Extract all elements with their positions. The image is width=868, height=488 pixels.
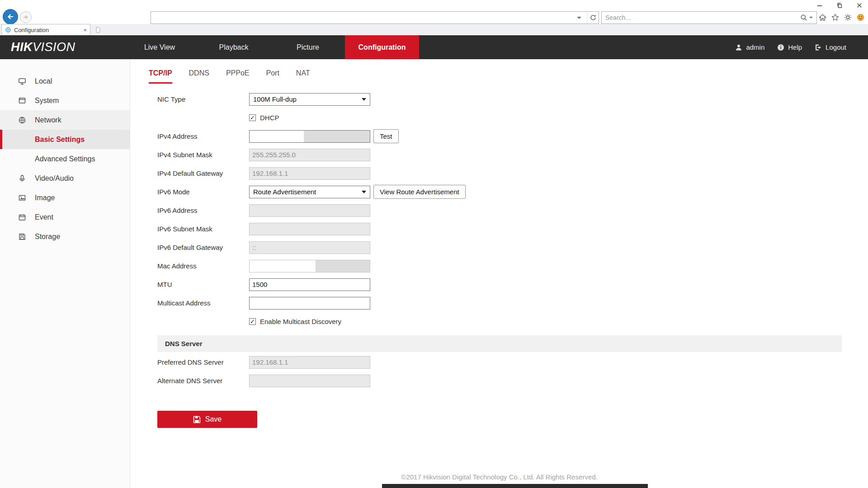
ipv6-mode-select[interactable]: Route Advertisement xyxy=(249,186,370,198)
nav-configuration[interactable]: Configuration xyxy=(345,35,419,59)
nav-picture[interactable]: Picture xyxy=(271,35,345,59)
ipv4-gateway-input xyxy=(249,167,370,180)
home-icon[interactable] xyxy=(819,14,826,21)
dhcp-checkbox[interactable] xyxy=(249,114,256,121)
search-icon[interactable] xyxy=(798,14,809,21)
browser-back-button[interactable] xyxy=(3,9,18,24)
sidebar-item-storage[interactable]: Storage xyxy=(0,227,130,246)
new-tab-page-icon xyxy=(95,27,101,33)
dns-form: Preferred DNS Server Alternate DNS Serve… xyxy=(157,353,868,390)
taskbar-sliver xyxy=(382,484,648,488)
settings-gear-icon[interactable] xyxy=(844,14,852,21)
ipv4-gateway-row: IPv4 Default Gateway xyxy=(157,164,868,183)
view-route-advertisement-button[interactable]: View Route Advertisement xyxy=(373,185,466,199)
close-button[interactable] xyxy=(855,2,863,9)
help-button[interactable]: Help xyxy=(777,43,802,51)
header-right: admin Help Logout xyxy=(735,35,846,59)
minimize-button[interactable] xyxy=(816,2,824,9)
browser-chrome: Configuration × xyxy=(0,0,868,35)
alternate-dns-label: Alternate DNS Server xyxy=(157,377,249,385)
mtu-input[interactable] xyxy=(249,278,370,291)
dhcp-row: DHCP xyxy=(157,108,868,127)
sidebar-item-system[interactable]: System xyxy=(0,91,130,110)
logo-vision: VISION xyxy=(33,40,75,54)
hikvision-logo[interactable]: HIKVISION xyxy=(11,35,75,59)
browser-tab-band: Configuration × xyxy=(0,24,868,35)
ipv6-gateway-label: IPv6 Default Gateway xyxy=(157,244,249,251)
ipv6-address-row: IPv6 Address xyxy=(157,201,868,220)
ipv4-address-label: IPv4 Address xyxy=(157,132,249,140)
search-input[interactable] xyxy=(602,14,798,21)
restore-icon xyxy=(836,2,843,9)
dhcp-label: DHCP xyxy=(260,114,279,122)
sidebar-item-basic-settings[interactable]: Basic Settings xyxy=(0,130,130,149)
tab-port[interactable]: Port xyxy=(266,69,279,84)
microphone-icon xyxy=(18,174,26,183)
logo-hik: HIK xyxy=(11,40,33,54)
nic-type-row: NIC Type 100M Full-dup xyxy=(157,90,868,108)
sidebar-item-image[interactable]: Image xyxy=(0,188,130,207)
browser-tab-configuration[interactable]: Configuration × xyxy=(1,24,90,35)
logout-icon xyxy=(815,44,822,51)
preferred-dns-input xyxy=(249,356,370,369)
multicast-discovery-checkbox[interactable] xyxy=(249,318,256,325)
test-button[interactable]: Test xyxy=(373,129,399,143)
logout-button[interactable]: Logout xyxy=(815,43,846,51)
help-label: Help xyxy=(788,43,802,51)
tab-close-icon[interactable]: × xyxy=(83,27,87,33)
app-header: HIKVISION Live View Playback Picture Con… xyxy=(0,35,868,59)
sidebar-item-advanced-settings[interactable]: Advanced Settings xyxy=(0,149,130,169)
user-name: admin xyxy=(746,43,764,51)
multicast-discovery-row: Enable Multicast Discovery xyxy=(157,312,868,331)
sidebar-item-local[interactable]: Local xyxy=(0,71,130,91)
forward-arrow-icon xyxy=(22,14,29,21)
ipv4-address-redaction xyxy=(304,131,370,142)
search-box[interactable] xyxy=(601,11,817,24)
tab-nat[interactable]: NAT xyxy=(296,69,310,84)
refresh-button[interactable] xyxy=(587,12,599,23)
ipv6-mode-value: Route Advertisement xyxy=(253,188,316,196)
nav-live-view[interactable]: Live View xyxy=(123,35,197,59)
window-controls xyxy=(816,2,863,9)
sidebar-item-label: Network xyxy=(35,116,61,124)
address-dropdown-caret-icon[interactable] xyxy=(577,17,581,19)
calendar-icon xyxy=(18,213,26,221)
save-floppy-icon xyxy=(193,416,201,423)
multicast-address-row: Multicast Address xyxy=(157,294,868,312)
sidebar-item-label: Local xyxy=(35,77,52,85)
monitor-icon xyxy=(18,77,26,85)
nic-type-label: NIC Type xyxy=(157,95,249,103)
tab-ddns[interactable]: DDNS xyxy=(189,69,209,84)
nic-type-value: 100M Full-dup xyxy=(253,95,297,103)
sidebar-item-label: Event xyxy=(35,213,53,221)
ipv6-address-label: IPv6 Address xyxy=(157,206,249,214)
new-tab-button[interactable] xyxy=(92,25,104,34)
sidebar: Local System Network Basic Settings Adva… xyxy=(0,59,130,488)
select-arrow-icon xyxy=(362,98,366,101)
feedback-smiley-icon[interactable] xyxy=(857,14,864,21)
ipv6-subnet-label: IPv6 Subnet Mask xyxy=(157,225,249,233)
restore-button[interactable] xyxy=(835,2,844,9)
search-dropdown-caret-icon[interactable] xyxy=(809,17,813,19)
address-bar[interactable] xyxy=(151,11,599,24)
browser-forward-button[interactable] xyxy=(20,11,32,23)
tcpip-form: NIC Type 100M Full-dup DHCP IPv4 Address… xyxy=(157,90,868,331)
sidebar-item-event[interactable]: Event xyxy=(0,207,130,227)
tab-pppoe[interactable]: PPPoE xyxy=(226,69,250,84)
favorites-star-icon[interactable] xyxy=(831,14,839,21)
nic-type-select[interactable]: 100M Full-dup xyxy=(249,93,370,106)
save-button[interactable]: Save xyxy=(157,411,257,428)
sidebar-item-label: Video/Audio xyxy=(35,174,74,183)
sidebar-item-video-audio[interactable]: Video/Audio xyxy=(0,169,130,188)
ipv4-gateway-label: IPv4 Default Gateway xyxy=(157,169,249,177)
nav-playback[interactable]: Playback xyxy=(197,35,271,59)
tab-tcpip[interactable]: TCP/IP xyxy=(149,69,172,84)
multicast-discovery-label: Enable Multicast Discovery xyxy=(260,318,341,325)
save-label: Save xyxy=(205,415,222,423)
preferred-dns-label: Preferred DNS Server xyxy=(157,358,249,366)
refresh-icon xyxy=(590,14,597,21)
sidebar-item-network[interactable]: Network xyxy=(0,110,130,130)
mac-address-label: Mac Address xyxy=(157,262,249,270)
multicast-address-input[interactable] xyxy=(249,297,370,310)
current-user: admin xyxy=(735,43,764,51)
